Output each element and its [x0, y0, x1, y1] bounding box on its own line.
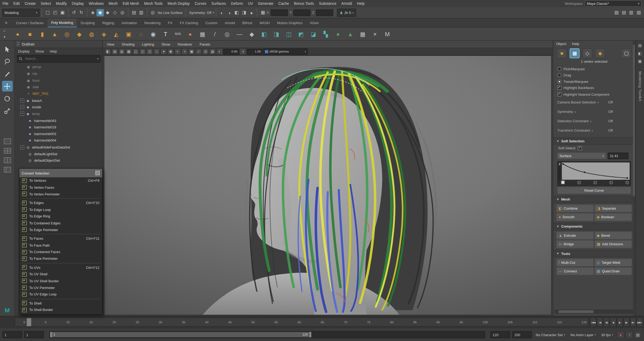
selection-style-option[interactable]: Pick/Marquee	[553, 66, 635, 72]
outliner-item[interactable]: + ◆ baseA	[15, 97, 102, 104]
poly-pyramid-icon[interactable]: ◭	[111, 28, 122, 39]
undo-icon[interactable]: ↺	[70, 9, 78, 16]
poly-torus-icon[interactable]: ◎	[62, 28, 72, 39]
smooth-shelf-icon[interactable]: ●	[333, 28, 343, 39]
make-live-icon[interactable]: ◎	[119, 9, 126, 16]
lock-camera-icon[interactable]: ◧	[105, 49, 111, 55]
component-tool-button[interactable]: ▭ Bridge	[557, 240, 594, 248]
ambient-occlusion-icon[interactable]: ▣	[189, 49, 195, 55]
shelf-gear-icon[interactable]: ✓	[2, 28, 7, 34]
mesh-tool-button[interactable]: ● Smooth	[557, 213, 594, 221]
interp-linear-icon[interactable]	[594, 181, 597, 184]
coordinate-input[interactable]	[316, 9, 333, 16]
toolkit-menu-item[interactable]: Object	[553, 42, 569, 46]
fps-dropdown[interactable]: 30 fps ▾	[599, 333, 615, 337]
convert-menu-item[interactable]: To Shell Border	[19, 306, 102, 313]
convert-menu-item[interactable]: To UVs Ctrl+F12	[19, 264, 102, 271]
playback-range-handle[interactable]: 1 120	[50, 332, 311, 337]
menubar-item[interactable]: Curves	[192, 1, 209, 5]
scrollbar-thumb[interactable]	[559, 310, 594, 313]
anim-preferences-icon[interactable]: ▤	[634, 331, 642, 338]
poly-disc-icon[interactable]: ◍	[86, 28, 97, 39]
target-weld-shelf-icon[interactable]: ◎	[222, 28, 233, 39]
outliner-item[interactable]: + ◆ inside	[15, 104, 102, 110]
boolean-intersect-icon[interactable]: ◫	[283, 28, 294, 39]
expand-icon[interactable]: +	[20, 98, 24, 102]
poly-pipe-icon[interactable]: ▣	[123, 28, 134, 39]
outliner-menu-item[interactable]: Display	[15, 49, 32, 53]
toolkit-vertical-scrollbar[interactable]	[633, 41, 635, 316]
soft-select-checkbox[interactable]	[578, 146, 582, 150]
menubar-item[interactable]: Bonus Tools	[291, 1, 316, 5]
range-end-handle[interactable]	[309, 332, 311, 337]
shelf-tab[interactable]: Sculpting	[77, 18, 98, 28]
reset-curve-button[interactable]: Reset Curve	[557, 187, 631, 193]
outliner-item[interactable]: + ◎ defaultObjectSet	[15, 157, 102, 164]
exposure-field[interactable]: 0.00	[224, 49, 239, 54]
menubar-item[interactable]: Substance	[316, 1, 339, 5]
menubar-item[interactable]: Generate	[255, 1, 276, 5]
shelf-tab[interactable]: FX	[164, 18, 176, 28]
wireframe-mode-icon[interactable]: ◇	[153, 49, 160, 55]
convert-menu-item[interactable]: To UV Perimeter	[19, 284, 102, 291]
poly-platonic-icon[interactable]: ◈	[98, 28, 109, 39]
input-operations-icon[interactable]: ▥	[138, 9, 145, 16]
convert-menu-item[interactable]: To Shell	[19, 300, 102, 306]
save-scene-icon[interactable]: ▣	[59, 9, 66, 16]
object-mode-icon[interactable]: ■	[557, 49, 567, 58]
selection-style-option[interactable]: Tweak/Marquee	[553, 78, 635, 85]
new-scene-icon[interactable]: ▢	[44, 9, 52, 16]
lasso-tool[interactable]	[2, 56, 13, 67]
convert-menu-item[interactable]: To Edge Loop	[19, 206, 102, 213]
poly-cube-icon[interactable]: ■	[25, 28, 35, 39]
live-surface-icon[interactable]: ◎	[149, 9, 157, 16]
sculpt-tool-icon[interactable]: ●	[185, 28, 196, 39]
selection-style-option[interactable]: Drag	[553, 72, 635, 79]
convert-menu-item[interactable]: To UV Shell Border	[19, 277, 102, 284]
convert-menu-item[interactable]: To Contained Faces	[19, 249, 102, 255]
boolean-difference-icon[interactable]: ◨	[271, 28, 282, 39]
vertex-mode-icon[interactable]: ▦	[570, 49, 580, 58]
outliner-item[interactable]: + ◉ side	[15, 84, 102, 90]
expand-icon[interactable]: +	[20, 145, 24, 149]
viewport-menu-item[interactable]: Shading	[118, 42, 138, 46]
constraint-dropdown-row[interactable]: Transform Constraint ▾ Off	[553, 126, 635, 135]
layout-two-pane-button[interactable]	[3, 156, 11, 164]
falloff-mode-dropdown[interactable]: Surface ▾	[557, 153, 606, 159]
type-tool-icon[interactable]: T	[160, 28, 171, 39]
radio-icon[interactable]	[557, 67, 561, 71]
range-slider-track[interactable]: 1 120	[49, 331, 485, 338]
colorspace-dropdown[interactable]: sRGB gamma ▾	[263, 49, 308, 55]
expand-icon[interactable]: +	[20, 105, 24, 109]
exposure-icon[interactable]: ◐	[217, 49, 223, 55]
outliner-item[interactable]: + ■ hairmeshb004	[15, 137, 102, 144]
shelf-tab[interactable]: Rigging	[98, 18, 118, 28]
convert-menu-item[interactable]: To Vertices Ctrl+F9	[19, 177, 102, 184]
viewport-menu-item[interactable]: Show	[158, 42, 174, 46]
shelf-tab[interactable]: Motion Graphics	[273, 18, 306, 28]
menubar-item[interactable]: UV	[246, 1, 256, 5]
range-start-handle[interactable]	[50, 332, 52, 337]
auto-key-icon[interactable]: ●	[617, 331, 624, 338]
quick-selection-field[interactable]: ♟ Jh S ▾	[337, 8, 356, 17]
menubar-item[interactable]: Modify	[53, 1, 69, 5]
menubar-item[interactable]: Mesh Display	[165, 1, 192, 5]
playback-start-field[interactable]: 1	[24, 331, 44, 338]
menubar-item[interactable]: Edit	[11, 1, 22, 5]
tools-section-header[interactable]: ▼ Tools	[553, 250, 635, 257]
playback-speed-icon[interactable]: ◔	[625, 331, 633, 338]
viewport-menu-item[interactable]: Panels	[196, 42, 214, 46]
redo-icon[interactable]: ↻	[78, 9, 85, 16]
menubar-item[interactable]: Deform	[228, 1, 246, 5]
isolate-select-icon[interactable]: ▧	[210, 49, 216, 55]
menubar-item[interactable]: Windows	[86, 1, 106, 5]
mash-icon[interactable]: M	[382, 28, 393, 39]
outliner-item[interactable]: + ■ hairmeshb018	[15, 124, 102, 131]
highlight-option[interactable]: Highlight Nearest Component	[553, 91, 635, 98]
component-tool-button[interactable]: ◆ Bevel	[595, 232, 632, 239]
menubar-item[interactable]: Mesh Tools	[142, 1, 165, 5]
antialiasing-icon[interactable]: ✓	[196, 49, 202, 55]
components-section-header[interactable]: ▼ Components	[553, 223, 635, 230]
shaded-mode-icon[interactable]: ●	[160, 49, 167, 55]
shelf-tab[interactable]: Poly Modeling	[47, 18, 77, 28]
